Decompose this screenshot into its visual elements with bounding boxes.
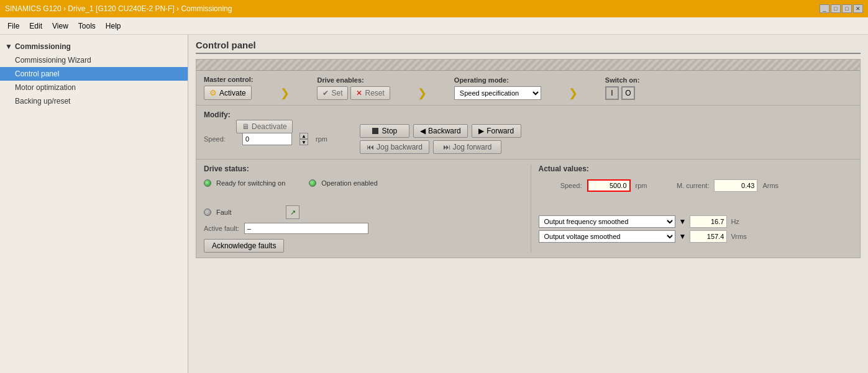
restore-button[interactable]: □ <box>831 4 841 13</box>
speed-label: Speed: <box>204 135 235 143</box>
ready-label: Ready for switching on <box>216 179 285 187</box>
jog-backward-icon: ⏮ <box>367 143 374 151</box>
dropdown-icon: ▼ <box>679 217 687 226</box>
spinner-up[interactable]: ▲ <box>299 133 308 139</box>
drive-enables-group: Drive enables: ✔ Set ✕ Reset <box>317 76 390 100</box>
stop-icon <box>372 128 378 134</box>
backward-label: Backward <box>428 127 461 135</box>
x-icon: ✕ <box>356 89 362 97</box>
activate-button[interactable]: ⚙ Activate <box>204 86 252 100</box>
menu-item[interactable]: File <box>2 19 24 33</box>
sidebar-item-control-panel[interactable]: Control panel <box>0 67 188 81</box>
speed-input[interactable] <box>242 133 292 145</box>
fault-status-dot <box>204 209 211 216</box>
deactivate-icon: 🖥 <box>242 122 249 131</box>
reset-label: Reset <box>365 89 384 97</box>
sidebar-section-commissioning[interactable]: ▼ Commissioning <box>0 40 188 53</box>
arrow-3: ❯ <box>566 86 580 100</box>
modify-title: Modify: <box>204 110 852 119</box>
stop-button[interactable]: Stop <box>360 124 409 138</box>
active-fault-row: Active fault: <box>204 223 518 234</box>
activate-label: Activate <box>219 89 246 97</box>
operation-enabled-label: Operation enabled <box>321 179 378 187</box>
speed-actual-input[interactable] <box>587 179 631 192</box>
menu-item-help[interactable]: Help <box>101 19 126 33</box>
jog-backward-button[interactable]: ⏮ Jog backward <box>360 140 429 154</box>
forward-button[interactable]: ▶ Forward <box>472 124 521 138</box>
motion-row-1: Stop ◀ Backward ▶ Forward <box>360 124 521 138</box>
status-row-ready: Ready for switching on Operation enabled <box>204 179 518 187</box>
link-icon[interactable]: ↗ <box>286 205 299 219</box>
operating-mode-select[interactable]: Speed specification Torque specification <box>454 86 541 100</box>
master-control-label: Master control: <box>204 76 253 83</box>
jog-forward-label: Jog forward <box>453 143 492 151</box>
output2-select[interactable]: Output voltage smoothed <box>539 230 675 243</box>
control-panel-box: Master control: ⚙ Activate ❯ Drive enabl… <box>196 59 861 258</box>
collapse-icon: ▼ <box>5 42 12 51</box>
output2-row: Output voltage smoothed ▼ Vrms <box>539 230 853 243</box>
set-label: Set <box>331 89 342 97</box>
actual-values-title: Actual values: <box>539 164 853 173</box>
title-bar: SINAMICS G120 › Drive_1 [G120 CU240E-2 P… <box>0 0 868 17</box>
switch-on-label: Switch on: <box>605 76 640 84</box>
sidebar-item-label: Commissioning Wizard <box>15 56 91 65</box>
m-current-input[interactable] <box>714 179 757 192</box>
activate-icon: ⚙ <box>209 88 217 97</box>
minimize-button[interactable]: _ <box>820 4 829 13</box>
sidebar-item-motor-optimization[interactable]: Motor optimization <box>0 81 188 94</box>
fault-label: Fault <box>216 209 231 216</box>
sidebar: ▼ Commissioning Commissioning Wizard Con… <box>0 35 188 373</box>
panel-title: Control panel <box>196 40 861 54</box>
m-current-unit: Arms <box>762 182 779 189</box>
menu-item-tools[interactable]: Tools <box>73 19 101 33</box>
menu-item-edit[interactable]: Edit <box>24 19 47 33</box>
drive-status: Drive status: Ready for switching on Ope… <box>204 164 531 253</box>
motion-buttons: Stop ◀ Backward ▶ Forward <box>360 124 521 154</box>
output2-value[interactable] <box>690 230 727 243</box>
sidebar-item-label: Motor optimization <box>15 83 76 92</box>
actual-values: Actual values: Speed: rpm M. current: Ar… <box>531 164 853 253</box>
speed-actual-row: Speed: rpm <box>539 179 647 192</box>
speed-spinner[interactable]: ▲ ▼ <box>299 133 308 145</box>
reset-button[interactable]: ✕ Reset <box>350 86 390 100</box>
switch-on-icon: I <box>611 89 613 97</box>
active-fault-input[interactable] <box>244 223 368 234</box>
set-button[interactable]: ✔ Set <box>317 86 348 100</box>
sidebar-item-commissioning-wizard[interactable]: Commissioning Wizard <box>0 53 188 67</box>
ack-faults-label: Acknowledge faults <box>212 241 276 250</box>
deactivate-label: Deactivate <box>252 122 287 131</box>
deactivate-button[interactable]: 🖥 Deactivate <box>236 120 293 133</box>
menu-bar: File Edit View Tools Help <box>0 17 868 35</box>
switch-on-group: Switch on: I O <box>605 76 640 100</box>
acknowledge-faults-button[interactable]: Acknowledge faults <box>204 239 284 253</box>
jog-forward-icon: ⏭ <box>443 143 450 151</box>
ready-status-dot <box>204 179 211 187</box>
switch-off-icon: O <box>625 89 631 97</box>
close-button[interactable]: ✕ <box>853 4 863 13</box>
sidebar-item-backing-up-reset[interactable]: Backing up/reset <box>0 94 188 108</box>
output1-value[interactable] <box>690 215 727 228</box>
m-current-row: M. current: Arms <box>665 179 779 192</box>
active-fault-label: Active fault: <box>204 225 239 232</box>
master-control-group: Master control: ⚙ Activate <box>204 76 253 100</box>
drive-status-title: Drive status: <box>204 164 518 173</box>
jog-backward-label: Jog backward <box>377 143 423 151</box>
sidebar-item-label: Control panel <box>15 70 59 78</box>
operating-mode-group: Operating mode: Speed specification Torq… <box>454 76 541 100</box>
stop-label: Stop <box>382 127 398 135</box>
operation-status-dot <box>309 179 316 187</box>
title-bar-text: SINAMICS G120 › Drive_1 [G120 CU240E-2 P… <box>5 4 232 13</box>
maximize-button[interactable]: □ <box>842 4 852 13</box>
spinner-down[interactable]: ▼ <box>299 139 308 145</box>
switch-on-button[interactable]: I <box>605 86 619 100</box>
output1-select[interactable]: Output frequency smoothed <box>539 215 675 228</box>
dropdown-icon-2: ▼ <box>679 232 687 241</box>
motion-row-2: ⏮ Jog backward ⏭ Jog forward <box>360 140 521 154</box>
menu-item-view[interactable]: View <box>47 19 73 33</box>
switch-off-button[interactable]: O <box>621 86 635 100</box>
output1-unit: Hz <box>731 218 739 225</box>
backward-icon: ◀ <box>420 127 426 135</box>
jog-forward-button[interactable]: ⏭ Jog forward <box>433 140 501 154</box>
controls-section: Master control: ⚙ Activate ❯ Drive enabl… <box>196 71 860 106</box>
backward-button[interactable]: ◀ Backward <box>413 124 468 138</box>
